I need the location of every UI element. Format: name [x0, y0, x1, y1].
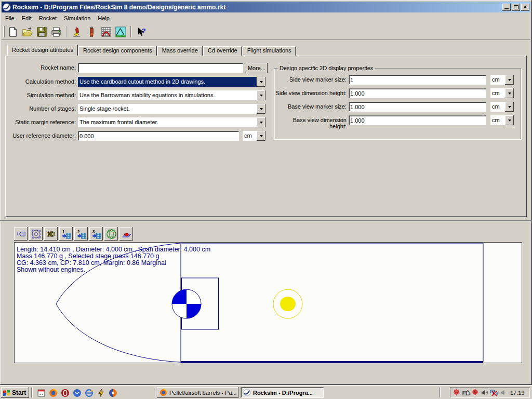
base-view-marker-size-unit-combo[interactable]: cm [490, 102, 514, 112]
base-view-button[interactable] [29, 227, 43, 241]
firefox-icon [159, 389, 167, 396]
chevron-down-icon[interactable] [257, 117, 265, 127]
chevron-down-icon[interactable] [505, 88, 514, 98]
network-error-icon[interactable] [490, 389, 498, 396]
toolbar-separator [66, 26, 67, 37]
alert-red-icon[interactable] [471, 389, 479, 396]
base-view-marker-size-input[interactable] [349, 102, 486, 112]
info-line-stability: CG: 4.363 cm, CP: 7.810 cm, Margin: 0.86… [17, 259, 166, 267]
tabstrip: Rocket design attributes Rocket design c… [7, 45, 297, 56]
side-view-button[interactable] [14, 227, 28, 241]
tab-flight-simulations[interactable]: Flight simulations [243, 46, 296, 56]
user-reference-diameter-input[interactable] [78, 131, 239, 141]
tab-rocket-design-attributes[interactable]: Rocket design attributes [7, 45, 78, 56]
task-button-label: Rocksim - D:/Progra... [253, 390, 313, 396]
opera-icon[interactable] [61, 389, 70, 397]
flight-profile-button[interactable] [114, 25, 127, 38]
unit-value: cm [490, 88, 505, 98]
more-button[interactable]: More... [246, 63, 268, 73]
simulation-method-combo[interactable]: Use the Barrowman stability equations in… [78, 90, 265, 100]
menu-simulation[interactable]: Simulation [60, 14, 94, 22]
fin-1-view-icon: 1 [61, 229, 72, 240]
winamp-icon[interactable] [97, 389, 105, 397]
calendar-icon[interactable] [37, 389, 46, 397]
launch-rocket-button[interactable] [70, 25, 84, 38]
side-view-dimension-height-unit-combo[interactable]: cm [490, 88, 514, 98]
fin-2-view-button[interactable]: 2 [74, 227, 88, 241]
print-icon [51, 26, 62, 37]
side-view-dimension-height-input[interactable] [349, 88, 486, 98]
open-file-button[interactable] [20, 25, 34, 38]
tab-rocket-design-components[interactable]: Rocket design components [78, 46, 157, 56]
static-margin-reference-value: The maximum frontal diameter. [78, 117, 257, 127]
design-canvas[interactable]: Length: 14.410 cm , Diameter: 4.000 cm ,… [14, 242, 522, 363]
start-button[interactable]: Start [1, 387, 29, 398]
chevron-down-icon[interactable] [257, 104, 265, 114]
rocket-drawing: Length: 14.410 cm , Diameter: 4.000 cm ,… [15, 243, 522, 363]
calculation-method-combo[interactable]: Use the cardboard cutout method in 2D dr… [78, 77, 265, 87]
volume-icon[interactable] [481, 389, 488, 396]
menu-rocket[interactable]: Rocket [35, 14, 60, 22]
keyboard-lock-icon[interactable] [462, 389, 470, 396]
body-tube-outline [181, 243, 483, 362]
3d-view-button[interactable]: 3D [44, 227, 58, 241]
static-margin-reference-combo[interactable]: The maximum frontal diameter. [78, 117, 265, 127]
media-player-icon[interactable] [109, 389, 117, 397]
chevron-down-icon[interactable] [505, 102, 514, 112]
context-help-button[interactable]: ? [135, 25, 148, 38]
tray-clock[interactable]: 17:19 [510, 390, 525, 396]
base-view-dimension-height-unit-combo[interactable]: cm [490, 115, 514, 125]
save-button[interactable] [35, 25, 48, 38]
toolbar-grip[interactable] [3, 26, 5, 37]
task-button-browser[interactable]: Pellet/airsoft barrels - Pa... [157, 387, 238, 398]
tab-cd-override[interactable]: Cd override [203, 46, 242, 56]
rocket-name-input[interactable] [78, 63, 243, 73]
alert-red-icon[interactable] [453, 389, 460, 396]
close-button[interactable]: × [521, 4, 529, 11]
cg-marker [172, 289, 201, 318]
rocksim-logo-icon [3, 3, 11, 11]
chevron-down-icon[interactable] [505, 75, 514, 85]
side-view-icon [16, 229, 26, 240]
open-file-icon [22, 26, 33, 37]
chevron-down-icon[interactable] [257, 77, 265, 87]
minimize-button[interactable] [502, 4, 511, 11]
fin-3-view-button[interactable]: 3 [89, 227, 103, 241]
side-view-marker-size-unit-combo[interactable]: cm [490, 75, 514, 85]
menu-file[interactable]: File [2, 14, 18, 22]
base-view-dimension-height-input[interactable] [349, 115, 486, 125]
titlebar[interactable]: Rocksim - D:/Program Files/RockSim 8 dem… [2, 2, 530, 12]
menu-edit[interactable]: Edit [18, 14, 35, 22]
tab-mass-override[interactable]: Mass override [157, 46, 203, 56]
mail-icon[interactable] [73, 389, 82, 397]
number-of-stages-combo[interactable]: Single stage rocket. [78, 104, 265, 114]
chevron-down-icon[interactable] [257, 90, 265, 100]
earth-view-button[interactable] [104, 227, 118, 241]
static-margin-reference-label: Static margin reference: [8, 119, 76, 125]
rocket-name-label: Rocket name: [8, 64, 76, 71]
sound-icon[interactable] [499, 389, 507, 396]
side-view-marker-size-input[interactable] [349, 75, 486, 85]
chevron-down-icon[interactable] [257, 131, 265, 141]
flight-profile-icon [115, 26, 126, 37]
plot-button[interactable] [99, 25, 113, 38]
task-button-rocksim[interactable]: Rocksim - D:/Progra... [241, 387, 324, 398]
task-button-label: Pellet/airsoft barrels - Pa... [169, 390, 237, 396]
firefox-icon[interactable] [49, 389, 58, 397]
chevron-down-icon[interactable] [505, 115, 514, 125]
print-button[interactable] [49, 25, 63, 38]
rocket-engine-button[interactable] [85, 25, 98, 38]
internet-explorer-icon[interactable] [85, 389, 94, 397]
info-line-dimensions: Length: 14.410 cm , Diameter: 4.000 cm ,… [17, 246, 210, 253]
info-line-mass: Mass 146.770 g , Selected stage mass 146… [17, 252, 159, 260]
maximize-button[interactable] [512, 4, 520, 11]
toolbar-separator [130, 26, 131, 37]
new-file-button[interactable] [6, 25, 19, 38]
photo-view-button[interactable] [119, 227, 133, 241]
unit-value: cm [243, 131, 257, 141]
menu-help[interactable]: Help [94, 14, 113, 22]
user-reference-diameter-label: User reference diameter: [8, 132, 76, 139]
fin-1-view-button[interactable]: 1 [59, 227, 73, 241]
context-help-icon: ? [136, 26, 147, 37]
user-reference-diameter-unit-combo[interactable]: cm [243, 131, 265, 141]
